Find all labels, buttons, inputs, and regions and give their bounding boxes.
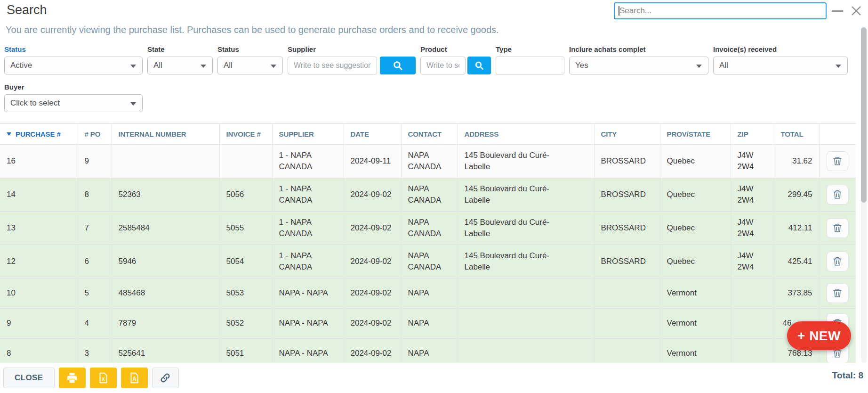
cell-city: BROSSARD (594, 211, 660, 245)
column-header-prov-state[interactable]: PROV/STATE (660, 124, 731, 144)
scrollbar-track[interactable] (861, 26, 867, 363)
table-row[interactable]: 126594650541 - NAPA CANADA2024-09-02NAPA… (0, 245, 856, 278)
table-row[interactable]: 137258548450551 - NAPA CANADA2024-09-02N… (0, 211, 856, 245)
invoices-received-select[interactable]: All (713, 57, 848, 74)
cell-supplier: 1 - NAPA CANADA (272, 178, 344, 211)
cell-address: 145 Boulevard du Curé-Labelle (458, 178, 594, 211)
delete-row-button[interactable] (827, 151, 848, 171)
scrollbar-thumb[interactable] (861, 27, 867, 203)
minimize-button[interactable] (830, 4, 844, 18)
delete-row-button[interactable] (827, 185, 848, 205)
cell-supplier: NAPA - NAPA (272, 278, 344, 308)
column-header-label: SUPPLIER (279, 130, 314, 138)
buyer-select[interactable]: Click to select (4, 94, 143, 112)
purchase-table: PURCHASE ## POINTERNAL NUMBERINVOICE #SU… (0, 123, 856, 363)
table-row[interactable]: 1485236350561 - NAPA CANADA2024-09-02NAP… (0, 178, 856, 211)
column-header-label: ZIP (738, 130, 748, 138)
print-button[interactable] (59, 368, 86, 388)
filter-status-active-label[interactable]: Status (4, 45, 143, 53)
cell-po: 9 (78, 144, 112, 178)
column-header-date[interactable]: DATE (344, 124, 401, 144)
product-input[interactable] (420, 57, 466, 74)
cell-contact: NAPA (401, 308, 458, 338)
search-icon (474, 60, 485, 71)
column-header-total[interactable]: TOTAL (774, 124, 819, 144)
table-row[interactable]: 1691 - NAPA CANADA2024-09-11NAPA CANADA1… (0, 144, 856, 178)
column-header-purchase[interactable]: PURCHASE # (0, 124, 78, 144)
cell-internal: 525641 (112, 338, 219, 363)
cell-address: 145 Boulevard du Curé-Labelle (458, 245, 594, 278)
cell-actions (819, 211, 856, 245)
status-select[interactable]: All (217, 57, 283, 74)
supplier-input[interactable] (288, 57, 377, 74)
trash-icon (832, 189, 843, 200)
cell-total: 425.41 (774, 245, 819, 278)
close-dialog-button[interactable]: CLOSE (3, 368, 55, 388)
table-row[interactable]: 1054854685053NAPA - NAPA2024-09-02NAPAVe… (0, 278, 856, 308)
cell-total: 299.45 (774, 178, 819, 211)
product-search-button[interactable] (467, 57, 491, 74)
status-active-select[interactable]: Active (4, 57, 143, 74)
column-header-label: INVOICE # (226, 130, 261, 138)
type-input[interactable] (496, 57, 564, 74)
column-header-supplier[interactable]: SUPPLIER (272, 124, 344, 144)
export-pdf-button[interactable]: A (121, 368, 148, 388)
copy-link-button[interactable] (152, 368, 179, 388)
cell-contact: NAPA CANADA (401, 178, 458, 211)
cell-internal: 485468 (112, 278, 219, 308)
cell-internal: 52363 (112, 178, 219, 211)
cell-invoice: 5054 (219, 245, 272, 278)
minimize-icon (832, 10, 843, 12)
cell-zip: J4W 2W4 (731, 211, 774, 245)
export-excel-button[interactable]: x (90, 368, 117, 388)
search-input[interactable] (614, 2, 827, 19)
cell-zip (731, 278, 774, 308)
cell-invoice: 5052 (219, 308, 272, 338)
cell-city (594, 308, 660, 338)
cell-supplier: 1 - NAPA CANADA (272, 211, 344, 245)
column-header-zip[interactable]: ZIP (731, 124, 774, 144)
cell-actions (819, 278, 856, 308)
column-header-internal-number[interactable]: INTERNAL NUMBER (112, 124, 219, 144)
column-header-po[interactable]: # PO (78, 124, 112, 144)
column-header-address[interactable]: ADDRESS (458, 124, 594, 144)
cell-supplier: 1 - NAPA CANADA (272, 144, 344, 178)
cell-supplier: NAPA - NAPA (272, 338, 344, 363)
filter-buyer-label: Buyer (4, 83, 143, 91)
cell-invoice (219, 144, 272, 178)
column-header-contact[interactable]: CONTACT (401, 124, 458, 144)
state-select[interactable]: All (147, 57, 213, 74)
cell-total: 373.85 (774, 278, 819, 308)
new-purchase-button[interactable]: + NEW (787, 321, 851, 350)
delete-row-button[interactable] (827, 283, 848, 303)
supplier-search-button[interactable] (380, 57, 416, 74)
cell-address (458, 338, 594, 363)
grand-total: Total: 8 (832, 370, 863, 381)
column-header-invoice[interactable]: INVOICE # (219, 124, 272, 144)
column-header-city[interactable]: CITY (594, 124, 660, 144)
inclure-achats-complet-value: Yes (575, 61, 588, 70)
info-banner: You are currently viewing the purchase l… (6, 25, 849, 35)
table-row[interactable]: 835256415051NAPA - NAPA2024-09-02NAPAVer… (0, 338, 856, 363)
inclure-achats-complet-select[interactable]: Yes (569, 57, 708, 74)
delete-row-button[interactable] (827, 218, 848, 238)
cell-date: 2024-09-02 (344, 338, 401, 363)
trash-icon (832, 256, 843, 267)
cell-total: 412.11 (774, 211, 819, 245)
cell-city (594, 278, 660, 308)
chevron-down-icon (130, 65, 136, 68)
cell-date: 2024-09-02 (344, 308, 401, 338)
cell-address: 145 Boulevard du Curé-Labelle (458, 211, 594, 245)
filter-supplier-label: Supplier (288, 45, 416, 53)
cell-contact: NAPA (401, 278, 458, 308)
cell-actions (819, 144, 856, 178)
pdf-export-icon: A (128, 372, 140, 384)
delete-row-button[interactable] (827, 252, 848, 271)
cell-zip (731, 338, 774, 363)
table-row[interactable]: 9478795052NAPA - NAPA2024-09-02NAPAVermo… (0, 308, 856, 338)
chevron-down-icon (836, 65, 841, 68)
filter-status: Status All (217, 45, 283, 74)
filter-state-label: State (147, 45, 213, 53)
close-button[interactable] (849, 4, 863, 18)
column-header-label: TOTAL (781, 130, 804, 138)
